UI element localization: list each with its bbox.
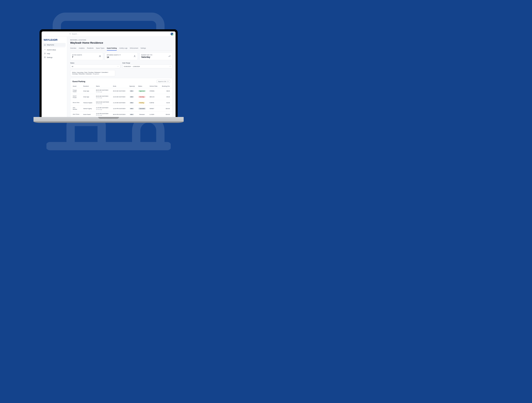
export-csv-label: Export to CSV — [158, 81, 166, 82]
th-resident: Resident — [82, 84, 95, 88]
table-row[interactable]: Garret FlowerAmar Agic09:24 AM 31/07/202… — [70, 94, 172, 100]
cell-plate: LLO029 — [148, 112, 160, 117]
export-csv-button[interactable]: Export to CSV — [157, 80, 170, 83]
cell-ends: 09:24 AM 31/07/2024 — [112, 88, 128, 94]
guest-parking-table: Guest Resident Starts Ends Space(s) Stat… — [70, 84, 172, 117]
cell-starts: 010:24 AM 31/07/202428 mins ago — [95, 100, 112, 105]
svg-line-5 — [45, 50, 45, 50]
svg-rect-2 — [71, 122, 102, 146]
sidebar-item-submit-ideas[interactable]: Submit Ideas — [43, 48, 66, 52]
date-range-select[interactable]: 01/06/2024 → 12/06/2024 — [122, 64, 172, 68]
sidebar-item-wayhome[interactable]: WayHome — [43, 43, 66, 47]
sidebar: WAYLEADR WayHome Submit Ideas Help — [42, 37, 67, 117]
cell-status: Pending — [137, 100, 148, 105]
cell-guest: Fergus Farrell — [73, 90, 80, 93]
gear-icon — [44, 56, 46, 58]
stat-label: UPCOMING GUESTS — [107, 54, 121, 56]
cell-ends: 12:24 PM 31/07/2024 — [112, 105, 128, 112]
stat-card-active-guests: ACTIVE GUESTS 7 — [70, 53, 103, 60]
table-row[interactable]: Bruno DinizTerence Kaplan010:24 AM 31/07… — [70, 100, 172, 105]
cell-plate: ABC123 — [148, 94, 160, 100]
breadcrumb: WAYHOME | LOCATIONS — [70, 39, 172, 41]
th-status: Status — [137, 84, 148, 88]
cell-resident: Kevin Farrell — [82, 112, 95, 117]
main-content: WAYHOME | LOCATIONS Wayleadr Home Reside… — [67, 37, 176, 117]
status-filter-value: All — [72, 66, 73, 67]
tab-settings[interactable]: Settings — [140, 46, 146, 50]
cell-space: AB14 — [128, 112, 137, 117]
cell-resident: Terence Kaplan — [82, 100, 95, 105]
table-row[interactable]: Alex PrinceKevin Farrell12:24 PM 31/07/2… — [70, 112, 172, 117]
search-placeholder: Search ... — [72, 33, 79, 35]
tab-enforcement[interactable]: Enforcement — [130, 46, 138, 50]
sidebar-item-label: Settings — [47, 56, 53, 58]
users-icon — [99, 55, 101, 58]
cell-guest: Alex Prince — [73, 114, 80, 115]
tab-guest-parking[interactable]: Guest Parking — [107, 46, 117, 50]
cell-space: AB13 — [128, 105, 137, 112]
svg-line-4 — [70, 34, 71, 34]
logo: WAYLEADR — [43, 38, 66, 43]
sidebar-item-label: Submit Ideas — [47, 49, 56, 51]
tab-analytics[interactable]: Analytics — [79, 46, 85, 50]
th-ends: Ends — [112, 84, 128, 88]
cell-space: AB12 — [128, 100, 137, 105]
search-icon — [69, 33, 71, 35]
info-icon[interactable] — [119, 54, 121, 56]
stat-card-busiest-day: BUSIEST DAY YTD Saturday — [139, 53, 172, 60]
status-options-hint: Active / Upcoming / Past / Pending / Rel… — [70, 70, 115, 76]
date-range-value: 01/06/2024 → 12/06/2024 — [124, 66, 140, 67]
sidebar-item-help[interactable]: Help — [43, 52, 66, 56]
cell-plate: CRD861 — [148, 88, 160, 94]
search-input[interactable]: Search ... — [69, 33, 79, 35]
cell-resident: Amar Agic — [82, 88, 95, 94]
cell-status: Cancelled — [137, 105, 148, 112]
cell-fee: $16.00 — [160, 105, 172, 112]
chevron-down-icon — [169, 66, 171, 68]
cell-resident: Amar Agic — [82, 94, 95, 100]
cell-resident: Serina Fogerty — [82, 105, 95, 112]
trending-up-icon — [168, 55, 171, 58]
cell-starts: 09:24 AM 31/07/202428 mins ago — [95, 94, 112, 100]
stat-label: BUSIEST DAY YTD — [141, 54, 152, 56]
chevron-down-icon — [117, 66, 119, 68]
th-vehicle-plate: Vehicle Plate — [148, 84, 160, 88]
status-filter-label: Status — [70, 62, 120, 64]
tab-residents[interactable]: Residents — [87, 46, 94, 50]
tab-overview[interactable]: Overview — [70, 46, 76, 50]
user-icon — [133, 55, 136, 58]
th-starts: Starts — [95, 84, 112, 88]
table-row[interactable]: Fergus FarrellAmar Agic08:24 AM 31/07/20… — [70, 88, 172, 94]
cell-fee: $16.00 — [160, 112, 172, 117]
cell-status: Refunded — [137, 112, 148, 117]
sidebar-item-settings[interactable]: Settings — [43, 56, 66, 59]
tab-space-types[interactable]: Space Types — [96, 46, 104, 50]
cell-guest: Garret Flower — [73, 95, 80, 98]
cell-status: Overstay — [137, 94, 148, 100]
cell-fee: $1.00 — [160, 100, 172, 105]
svg-point-13 — [134, 55, 135, 56]
home-icon — [44, 44, 46, 46]
svg-point-3 — [70, 33, 70, 34]
cell-starts: 11:24 AM 31/07/202428 mins ago — [95, 105, 112, 112]
stat-label: ACTIVE GUESTS — [72, 54, 82, 56]
table-row[interactable]: Alex MedinaSerina Fogerty11:24 AM 31/07/… — [70, 105, 172, 112]
sidebar-item-label: Help — [47, 53, 50, 55]
svg-point-9 — [99, 55, 100, 56]
svg-point-10 — [100, 56, 101, 56]
stat-card-upcoming-guests: UPCOMING GUESTS 14 — [105, 53, 138, 60]
date-range-label: Date Range — [122, 62, 172, 64]
guest-parking-table-card: Guest Parking Export to CSV Guest Reside… — [70, 78, 172, 117]
tab-activity-logs[interactable]: Activity Logs — [119, 46, 127, 50]
th-spaces: Space(s) — [128, 84, 137, 88]
download-icon — [167, 81, 169, 82]
sidebar-item-label: WayHome — [47, 44, 54, 46]
th-booking-fee: Booking Fee — [160, 84, 172, 88]
status-filter-select[interactable]: All — [70, 64, 120, 68]
cell-space: AB10 — [128, 94, 137, 100]
cell-guest: Bruno Diniz — [73, 102, 80, 104]
avatar[interactable] — [170, 32, 173, 36]
stat-value: 7 — [72, 56, 82, 58]
stat-value: Saturday — [141, 56, 152, 58]
cell-fee: $8.00 — [160, 88, 172, 94]
